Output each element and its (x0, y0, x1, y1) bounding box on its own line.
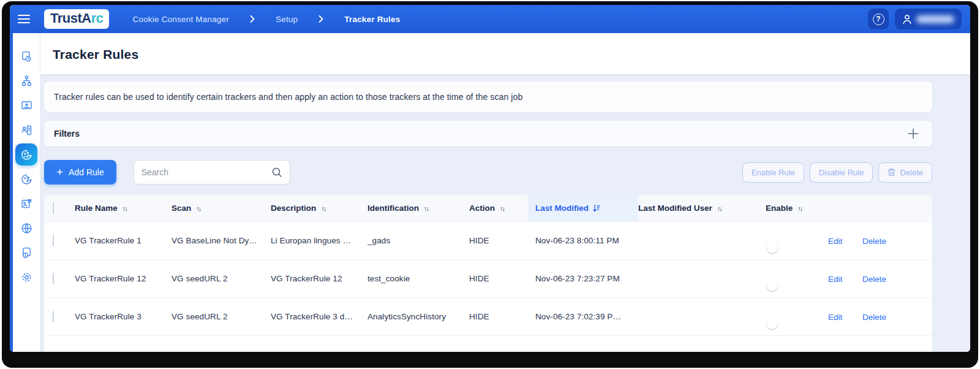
delete-link[interactable]: Delete (862, 237, 886, 246)
column-header-rule-name[interactable]: Rule Name↑↓ (75, 194, 172, 222)
sort-icon: ↑↓ (321, 205, 325, 212)
search-box (134, 160, 290, 184)
search-icon (271, 167, 282, 178)
filters-label: Filters (54, 129, 80, 139)
sort-icon: ↑↓ (717, 205, 722, 212)
disable-rule-button[interactable]: Disable Rule (810, 162, 873, 183)
sidebar-report-clock-icon[interactable] (15, 45, 37, 67)
sidebar-document-info-icon[interactable] (15, 242, 37, 264)
tracker-rules-table: Rule Name↑↓ Scan↑↓ Description↑↓ Identif… (44, 194, 932, 352)
edit-link[interactable]: Edit (828, 237, 842, 246)
column-header-action[interactable]: Action↑↓ (469, 194, 535, 222)
column-header-description[interactable]: Description↑↓ (271, 194, 368, 222)
column-header-identification[interactable]: Identification↑↓ (368, 194, 469, 222)
question-mark-icon: ? (873, 13, 884, 25)
row-checkbox[interactable] (53, 311, 54, 322)
cell-rule-name: VG TrackerRule 3 (75, 312, 172, 321)
cell-scan: VG BaseLine Not Dy… (172, 236, 271, 245)
cell-description: Li Europan lingues … (271, 236, 368, 245)
bulk-actions: Enable Rule Disable Rule Delete (742, 162, 932, 183)
plus-icon: + (56, 166, 63, 178)
hamburger-menu-icon[interactable] (10, 14, 38, 24)
cell-identification: AnalyticsSyncHistory (368, 312, 469, 321)
cell-identification: _gads (368, 236, 469, 245)
cell-rule-name: VG TrackerRule 1 (75, 236, 172, 245)
table-header-row: Rule Name↑↓ Scan↑↓ Description↑↓ Identif… (44, 194, 932, 222)
expand-filters-plus-icon[interactable] (908, 128, 922, 139)
app-window: TrustArc Cookie Consent Manager Setup Tr… (10, 5, 970, 352)
edit-link[interactable]: Edit (828, 313, 842, 322)
select-all-checkbox[interactable] (53, 202, 54, 214)
top-navbar: TrustArc Cookie Consent Manager Setup Tr… (10, 5, 970, 33)
breadcrumb-cookie-consent-manager[interactable]: Cookie Consent Manager (132, 15, 229, 24)
user-name-redacted (916, 15, 954, 23)
sort-descending-icon (592, 204, 600, 212)
trash-icon (888, 168, 895, 177)
sidebar-banner-download-icon[interactable] (15, 94, 37, 116)
column-header-last-modified-user[interactable]: Last Modified User↑↓ (638, 194, 766, 222)
cell-description: VG TrackerRule 12 (271, 274, 368, 283)
sidebar-cookie-rules-icon[interactable] (15, 168, 37, 190)
delete-button[interactable]: Delete (878, 162, 932, 183)
delete-link[interactable]: Delete (862, 313, 886, 322)
table-row: VG TrackerRule 1 VG BaseLine Not Dy… Li … (44, 222, 932, 260)
sidebar-settings-gear-icon[interactable] (15, 266, 37, 288)
sort-icon: ↑↓ (424, 205, 428, 212)
sort-icon: ↑↓ (797, 205, 802, 212)
sort-icon: ↑↓ (500, 205, 504, 212)
main-content: Tracker Rules Tracker rules can be used … (40, 33, 970, 352)
delete-link[interactable]: Delete (862, 275, 886, 284)
add-rule-button[interactable]: + Add Rule (44, 160, 116, 184)
cell-last-modified: Nov-06-23 7:23:27 PM (535, 274, 638, 283)
edit-link[interactable]: Edit (828, 275, 842, 284)
cell-scan: VG seedURL 2 (172, 312, 271, 321)
user-icon (902, 14, 912, 25)
page-title-bar: Tracker Rules (40, 33, 970, 74)
enable-rule-button[interactable]: Enable Rule (742, 162, 804, 183)
page-title: Tracker Rules (53, 47, 970, 62)
help-button[interactable]: ? (868, 9, 889, 29)
cell-action: HIDE (469, 274, 535, 283)
chevron-right-icon (318, 15, 323, 23)
sidebar-globe-icon[interactable] (15, 217, 37, 239)
column-header-enable[interactable]: Enable↑↓ (766, 194, 828, 222)
table-row: VG TrackerRule 12 VG seedURL 2 VG Tracke… (44, 260, 932, 298)
cell-action: HIDE (469, 312, 535, 321)
table-toolbar: + Add Rule Enable Rule Disable Rule Dele… (44, 160, 932, 184)
cell-last-modified: Nov-06-23 7:02:39 P… (535, 312, 638, 321)
cell-last-modified: Nov-06-23 8:00:11 PM (535, 236, 638, 245)
column-header-last-modified-sorted[interactable]: Last Modified (528, 194, 638, 222)
sidebar-sitemap-icon[interactable] (15, 70, 37, 92)
search-input[interactable] (141, 167, 271, 177)
column-header-scan[interactable]: Scan↑↓ (172, 194, 271, 222)
row-checkbox[interactable] (53, 273, 54, 284)
filters-panel[interactable]: Filters (44, 121, 932, 146)
sidebar-cookies-icon-active[interactable] (15, 143, 37, 165)
breadcrumb: Cookie Consent Manager Setup Tracker Rul… (132, 15, 400, 24)
sort-icon: ↑↓ (196, 205, 200, 212)
cell-scan: VG seedURL 2 (172, 274, 271, 283)
cell-action: HIDE (469, 236, 535, 245)
sort-icon: ↑↓ (123, 205, 127, 212)
chevron-right-icon (250, 15, 255, 23)
row-checkbox[interactable] (53, 235, 54, 246)
sidebar-audit-person-icon[interactable] (15, 119, 37, 141)
cell-identification: test_cookie (368, 274, 469, 283)
breadcrumb-tracker-rules: Tracker Rules (344, 15, 400, 24)
user-account-button[interactable] (895, 9, 962, 29)
sidebar-export-card-icon[interactable] (15, 192, 37, 215)
info-banner: Tracker rules can be used to identify ce… (44, 82, 932, 112)
cell-rule-name: VG TrackerRule 12 (75, 274, 172, 283)
breadcrumb-setup[interactable]: Setup (276, 15, 298, 24)
navbar-right-actions: ? (868, 9, 962, 29)
table-row: VG TrackerRule 3 VG seedURL 2 VG Tracker… (44, 298, 932, 336)
icon-sidebar (13, 33, 40, 352)
trustarc-logo[interactable]: TrustArc (44, 9, 109, 29)
cell-description: VG TrackerRule 3 d… (271, 312, 368, 321)
